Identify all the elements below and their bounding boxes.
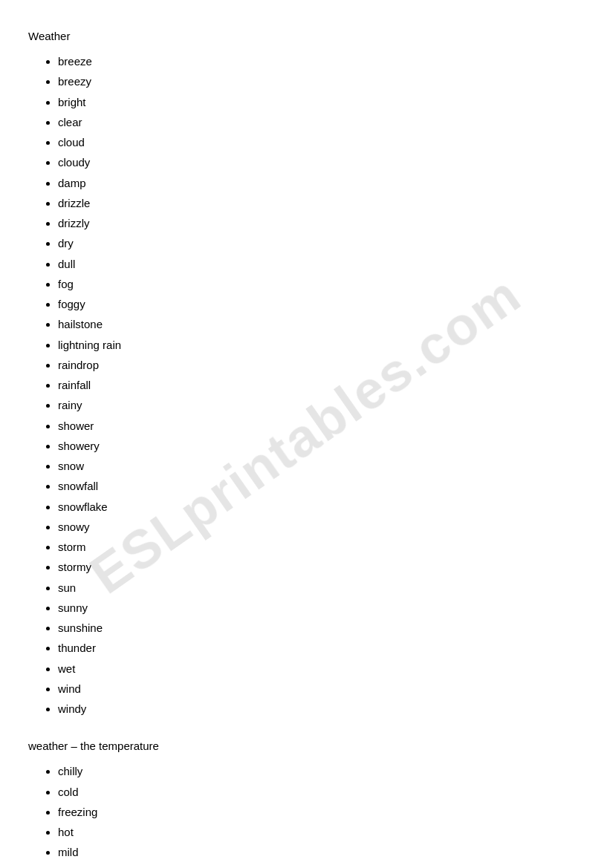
section1-title: Weather (28, 30, 582, 42)
list-item: snowflake (58, 497, 582, 517)
list-item: rainy (58, 395, 582, 415)
list-item: cloudy (58, 152, 582, 172)
list-item: hailstone (58, 314, 582, 334)
list-item: rainfall (58, 375, 582, 395)
list-item: hot (58, 822, 582, 842)
list-item: foggy (58, 294, 582, 314)
page-container: ESLprintables.com Weather breezebreezybr… (0, 0, 610, 868)
list-item: bright (58, 92, 582, 112)
list-item: drizzly (58, 213, 582, 233)
list-item: lightning rain (58, 335, 582, 355)
list-item: shower (58, 416, 582, 436)
list-item: windy (58, 699, 582, 719)
section2: weather – the temperature chillycoldfree… (28, 740, 582, 868)
section2-title: weather – the temperature (28, 740, 582, 752)
list-item: raindrop (58, 355, 582, 375)
list-item: freezing (58, 802, 582, 822)
list-item: snowfall (58, 476, 582, 496)
list-item: drizzle (58, 193, 582, 213)
list-item: breezy (58, 71, 582, 91)
list-item: snow (58, 456, 582, 476)
list-item: mild (58, 842, 582, 862)
section2-list: chillycoldfreezinghotmildscorchingwarm (28, 761, 582, 868)
list-item: snowy (58, 517, 582, 537)
list-item: damp (58, 173, 582, 193)
list-item: clear (58, 112, 582, 132)
list-item: scorching (58, 863, 582, 869)
section1: Weather breezebreezybrightclearcloudclou… (28, 30, 582, 719)
list-item: dry (58, 233, 582, 253)
list-item: wet (58, 659, 582, 679)
list-item: fog (58, 274, 582, 294)
list-item: stormy (58, 557, 582, 577)
list-item: cold (58, 782, 582, 802)
list-item: breeze (58, 51, 582, 71)
list-item: thunder (58, 638, 582, 658)
list-item: showery (58, 436, 582, 456)
section1-list: breezebreezybrightclearcloudcloudydampdr… (28, 51, 582, 719)
list-item: storm (58, 537, 582, 557)
list-item: sunny (58, 598, 582, 618)
list-item: chilly (58, 761, 582, 781)
list-item: cloud (58, 132, 582, 152)
list-item: dull (58, 254, 582, 274)
list-item: wind (58, 679, 582, 699)
list-item: sunshine (58, 618, 582, 638)
list-item: sun (58, 578, 582, 598)
